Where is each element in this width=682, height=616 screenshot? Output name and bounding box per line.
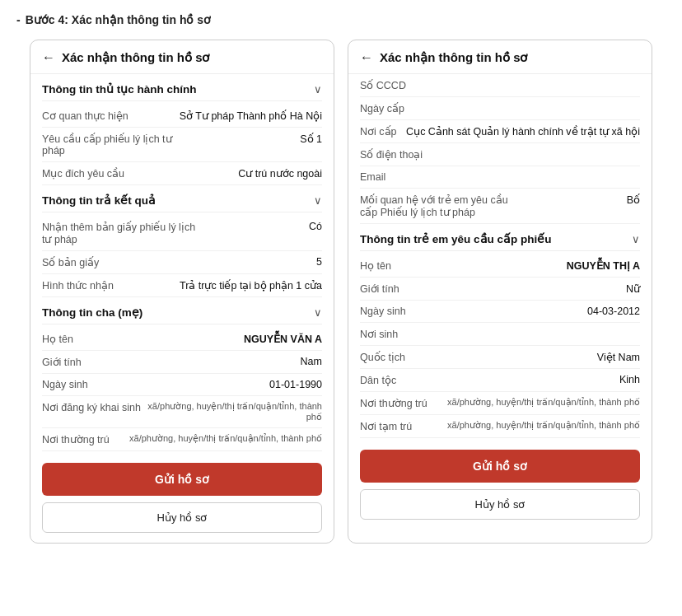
- field-so-ban: Số bản giấy 5: [42, 251, 322, 274]
- field-yeu-cau: Yêu cầu cấp phiếu lý lịch tư pháp Số 1: [42, 128, 322, 162]
- right-back-arrow[interactable]: ←: [360, 50, 373, 65]
- field-value: 01-01-1990: [95, 379, 322, 390]
- left-section-2-title: Thông tin trả kết quả: [42, 194, 156, 207]
- field-value: Nữ: [406, 282, 640, 295]
- field-moi-quan-he: Mối quan hệ với trẻ em yêu cầu cấp Phiếu…: [360, 189, 640, 224]
- field-value: Số 1: [203, 133, 322, 145]
- left-phone: ← Xác nhận thông tin hồ sơ Thông tin thủ…: [30, 40, 334, 544]
- field-label: Nhận thêm bản giấy phiếu lý lịch tư pháp: [42, 221, 196, 245]
- field-label: Nơi tạm trú: [360, 420, 412, 432]
- field-label: Nơi thường trú: [42, 433, 110, 446]
- phones-container: ← Xác nhận thông tin hồ sơ Thông tin thủ…: [16, 40, 666, 544]
- field-value: Sở Tư pháp Thành phố Hà Nội: [135, 110, 322, 122]
- field-muc-dich: Mục đích yêu cầu Cư trú nước ngoài: [42, 162, 322, 185]
- step-title: Bước 4: Xác nhận thông tin hồ sơ: [26, 13, 211, 26]
- field-nhan-them: Nhận thêm bản giấy phiếu lý lịch tư pháp…: [42, 216, 322, 251]
- field-ngay-sinh: Ngày sinh 01-01-1990: [42, 374, 322, 396]
- field-label: Họ tên: [360, 259, 391, 272]
- left-section-3-chevron[interactable]: ∨: [314, 306, 322, 319]
- left-send-button[interactable]: Gửi hồ sơ: [42, 463, 322, 496]
- right-cancel-button[interactable]: Hủy hồ sơ: [360, 489, 640, 520]
- field-noi-thuong-tru: Nơi thường trú xã/phường, huyện/thị trấn…: [42, 428, 322, 451]
- field-value: Bố: [521, 194, 640, 206]
- left-section-3-title: Thông tin cha (mẹ): [42, 306, 142, 319]
- right-phone: ← Xác nhận thông tin hồ sơ Số CCCD Ngày …: [348, 40, 652, 544]
- left-cancel-button[interactable]: Hủy hồ sơ: [42, 502, 322, 533]
- right-section-1-header: Thông tin trẻ em yêu cầu cấp phiếu ∨: [360, 224, 640, 251]
- field-label: Ngày cấp: [360, 102, 404, 114]
- right-field-tam-tru: Nơi tạm trú xã/phường, huyện/thị trấn/qu…: [360, 415, 640, 438]
- right-section-1-title: Thông tin trẻ em yêu cầu cấp phiếu: [360, 232, 552, 245]
- field-value: Nam: [88, 356, 322, 367]
- field-value: Trả trực tiếp tại bộ phận 1 cửa: [120, 279, 322, 292]
- field-ho-ten: Họ tên NGUYỄN VĂN A: [42, 328, 322, 351]
- field-value: Cư trú nước ngoài: [131, 167, 322, 180]
- right-field-noi-sinh: Nơi sinh: [360, 323, 640, 346]
- field-label: Nơi cấp: [360, 125, 396, 138]
- field-value: Có: [203, 221, 322, 232]
- left-section-2-chevron[interactable]: ∨: [314, 194, 322, 207]
- right-section-1-chevron[interactable]: ∨: [632, 233, 640, 245]
- left-section-1-title: Thông tin thủ tục hành chính: [42, 82, 196, 96]
- left-phone-body: Thông tin thủ tục hành chính ∨ Cơ quan t…: [30, 74, 334, 451]
- left-back-arrow[interactable]: ←: [42, 50, 55, 65]
- field-value: Kinh: [403, 374, 640, 385]
- field-label: Nơi đăng ký khai sinh: [42, 401, 141, 413]
- field-label: Mối quan hệ với trẻ em yêu cầu cấp Phiếu…: [360, 194, 514, 218]
- left-section-1-chevron[interactable]: ∨: [314, 83, 322, 96]
- field-value: Việt Nam: [412, 351, 640, 363]
- left-phone-header: ← Xác nhận thông tin hồ sơ: [30, 40, 334, 74]
- right-screen-title: Xác nhận thông tin hồ sơ: [380, 50, 528, 65]
- field-gioi-tinh: Giới tính Nam: [42, 351, 322, 374]
- field-label: Số điện thoại: [360, 148, 423, 161]
- field-label: Quốc tịch: [360, 351, 405, 363]
- field-label: Cơ quan thực hiện: [42, 110, 128, 122]
- right-field-thuong-tru: Nơi thường trú xã/phường, huyện/thị trấn…: [360, 392, 640, 415]
- field-label: Họ tên: [42, 333, 73, 345]
- field-label: Giới tính: [360, 282, 399, 295]
- field-value: Cục Cảnh sát Quản lý hành chính về trật …: [403, 125, 640, 138]
- left-section-1-header: Thông tin thủ tục hành chính ∨: [42, 74, 322, 101]
- right-field-dan-toc: Dân tộc Kinh: [360, 369, 640, 392]
- left-section-2-header: Thông tin trả kết quả ∨: [42, 185, 322, 212]
- field-ngay-cap: Ngày cấp: [360, 97, 640, 120]
- right-field-quoc-tich: Quốc tịch Việt Nam: [360, 346, 640, 369]
- field-label: Giới tính: [42, 356, 82, 368]
- field-email: Email: [360, 166, 640, 189]
- field-label: Yêu cầu cấp phiếu lý lịch tư pháp: [42, 133, 196, 156]
- field-noi-khai-sinh: Nơi đăng ký khai sinh xã/phường, huyện/t…: [42, 396, 322, 428]
- step-header: - Bước 4: Xác nhận thông tin hồ sơ: [16, 13, 666, 26]
- field-value: xã/phường, huyện/thị trấn/quận/tỉnh, thà…: [147, 401, 322, 422]
- field-label: Ngày sinh: [360, 306, 406, 317]
- field-label: Số CCCD: [360, 79, 406, 91]
- field-hinh-thuc: Hình thức nhận Trả trực tiếp tại bộ phận…: [42, 274, 322, 297]
- field-value: xã/phường, huyện/thị trấn/quận/tỉnh, thà…: [434, 397, 640, 408]
- field-so-dien-thoai: Số điện thoại: [360, 143, 640, 166]
- field-label: Nơi sinh: [360, 328, 398, 340]
- field-value: NGUYỄN THỊ A: [398, 259, 640, 272]
- dash: -: [16, 13, 21, 26]
- field-label: Hình thức nhận: [42, 279, 114, 292]
- right-field-ho-ten: Họ tên NGUYỄN THỊ A: [360, 254, 640, 278]
- field-noi-cap: Nơi cấp Cục Cảnh sát Quản lý hành chính …: [360, 120, 640, 143]
- right-field-gioi-tinh: Giới tính Nữ: [360, 278, 640, 301]
- field-value: xã/phường, huyện/thị trấn/quận/tỉnh, thà…: [116, 433, 322, 444]
- field-label: Nơi thường trú: [360, 397, 427, 409]
- field-co-quan: Cơ quan thực hiện Sở Tư pháp Thành phố H…: [42, 105, 322, 128]
- field-value: 04-03-2012: [413, 306, 640, 317]
- field-label: Số bản giấy: [42, 256, 99, 268]
- field-label: Dân tộc: [360, 374, 396, 386]
- right-field-ngay-sinh: Ngày sinh 04-03-2012: [360, 301, 640, 323]
- right-phone-header: ← Xác nhận thông tin hồ sơ: [348, 40, 652, 74]
- right-phone-body: Số CCCD Ngày cấp Nơi cấp Cục Cảnh sát Qu…: [348, 74, 652, 438]
- field-value: NGUYỄN VĂN A: [80, 333, 322, 345]
- right-send-button[interactable]: Gửi hồ sơ: [360, 450, 640, 483]
- left-screen-title: Xác nhận thông tin hồ sơ: [62, 50, 210, 65]
- field-value: xã/phường, huyện/thị trấn/quận/tỉnh, thà…: [418, 420, 640, 431]
- field-cccd: Số CCCD: [360, 74, 640, 97]
- left-section-3-header: Thông tin cha (mẹ) ∨: [42, 297, 322, 324]
- field-value: 5: [105, 256, 322, 268]
- field-label: Ngày sinh: [42, 379, 88, 390]
- field-label: Mục đích yêu cầu: [42, 167, 124, 180]
- field-label: Email: [360, 171, 385, 183]
